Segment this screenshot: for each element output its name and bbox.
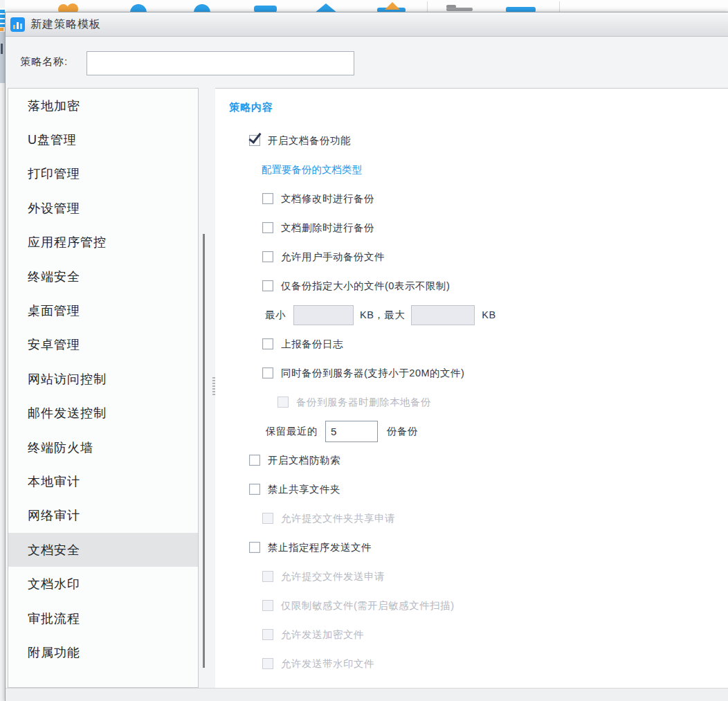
dialog-footer: [6, 688, 728, 701]
row-forbid-shared-folder: 禁止共享文件夹: [215, 475, 728, 504]
checkbox-label: 允许用户手动备份文件: [281, 251, 385, 264]
monitor-blue-icon[interactable]: [254, 6, 277, 12]
dialog-titlebar[interactable]: 新建策略模板: [6, 12, 728, 37]
sidebar-item-peripheral-management[interactable]: 外设管理: [8, 191, 198, 225]
kb-unit-label: KB: [482, 309, 495, 320]
sidebar-item-doc-watermark[interactable]: 文档水印: [8, 567, 198, 601]
sidebar-item-website-access-control[interactable]: 网站访问控制: [8, 362, 198, 396]
row-allow-manual-backup: 允许用户手动备份文件: [215, 242, 728, 271]
window-edge-fragment: [1, 44, 3, 54]
toolbar-separator: [427, 1, 428, 12]
sidebar-item-local-audit[interactable]: 本地审计: [8, 464, 198, 498]
row-backup-on-delete: 文档删除时进行备份: [215, 213, 728, 242]
sidebar-item-android-management[interactable]: 安卓管理: [8, 328, 198, 362]
window-edge-fragment: [0, 32, 5, 83]
picture-blue-orange-icon[interactable]: [385, 2, 400, 10]
sidebar-item-doc-security[interactable]: 文档安全: [8, 533, 198, 567]
keep-backups-prefix: 保留最近的: [266, 425, 318, 438]
checkbox-label: 文档删除时进行备份: [281, 221, 374, 235]
background-window-edge: [0, 0, 5, 701]
row-enable-anti-ransomware: 开启文档防勒索: [215, 446, 728, 475]
row-report-backup-log: 上报备份日志: [215, 329, 728, 358]
checkbox-allow-manual-backup[interactable]: [262, 251, 273, 262]
keep-backups-suffix: 份备份: [387, 425, 418, 438]
new-policy-template-dialog: 新建策略模板 策略名称: 落地加密 U盘管理 打印管理 外设管理 应用程序管控 …: [5, 12, 728, 701]
row-configure-backup-types: 配置要备份的文档类型: [215, 155, 728, 184]
row-backup-on-modify: 文档修改时进行备份: [215, 184, 728, 213]
sidebar-item-desktop-management[interactable]: 桌面管理: [8, 293, 198, 327]
checkbox-report-backup-log[interactable]: [262, 338, 273, 349]
background-toolbar: [0, 0, 728, 12]
checkbox-forbid-app-send-file[interactable]: [249, 542, 260, 553]
row-allow-send-apply: 允许提交文件发送申请: [215, 562, 728, 591]
row-allow-send-watermarked: 允许发送带水印文件: [215, 649, 728, 678]
printer-gray-icon[interactable]: [446, 8, 473, 11]
checkbox-allow-send-watermarked: [262, 658, 273, 669]
row-keep-backups: 保留最近的 份备份: [215, 417, 728, 446]
people-orange-icon[interactable]: [67, 3, 78, 12]
keep-backups-count-input[interactable]: [325, 421, 378, 442]
checkbox-forbid-shared-folder[interactable]: [249, 484, 260, 495]
sidebar-item-network-audit[interactable]: 网络审计: [8, 499, 198, 533]
sidebar-item-landing-encryption[interactable]: 落地加密: [8, 89, 198, 122]
checkbox-enable-doc-backup[interactable]: [249, 135, 260, 146]
toolbar-separator: [559, 1, 560, 12]
checkbox-label: 允许发送带水印文件: [281, 657, 374, 671]
checkbox-label: 仅限制敏感文件(需开启敏感文件扫描): [281, 599, 455, 612]
configure-backup-types-link[interactable]: 配置要备份的文档类型: [262, 163, 362, 176]
sidebar-item-email-send-control[interactable]: 邮件发送控制: [8, 397, 198, 430]
policy-category-sidebar: 落地加密 U盘管理 打印管理 外设管理 应用程序管控 终端安全 桌面管理 安卓管…: [8, 88, 199, 688]
checkbox-backup-size-limit[interactable]: [262, 280, 273, 291]
sidebar-item-endpoint-security[interactable]: 终端安全: [8, 260, 198, 293]
clock-blue-icon[interactable]: [130, 4, 147, 12]
sidebar-item-auxiliary-functions[interactable]: 附属功能: [8, 635, 198, 669]
checkbox-label: 备份到服务器时删除本地备份: [296, 396, 431, 409]
checkbox-label: 开启文档备份功能: [268, 134, 351, 147]
window-edge-fragment: [0, 28, 3, 31]
checkbox-label: 禁止指定程序发送文件: [268, 541, 372, 554]
window-edge-fragment: [0, 8, 5, 27]
checkbox-label: 上报备份日志: [281, 338, 343, 351]
row-delete-local-after-server: 备份到服务器时删除本地备份: [215, 388, 728, 417]
sidebar-item-usb-management[interactable]: U盘管理: [8, 122, 198, 156]
row-enable-doc-backup: 开启文档备份功能: [215, 126, 728, 155]
row-only-sensitive-files: 仅限制敏感文件(需开启敏感文件扫描): [215, 591, 728, 620]
checkbox-backup-on-delete[interactable]: [262, 222, 273, 233]
row-allow-share-apply: 允许提交文件夹共享申请: [215, 504, 728, 533]
checkbox-backup-to-server[interactable]: [262, 367, 273, 379]
checkbox-label: 允许提交文件夹共享申请: [281, 512, 395, 525]
checkbox-label: 禁止共享文件夹: [268, 483, 340, 496]
dialog-title: 新建策略模板: [30, 17, 101, 32]
policy-name-input[interactable]: [87, 51, 354, 75]
checkbox-label: 开启文档防勒索: [268, 454, 340, 467]
policy-name-label: 策略名称:: [20, 55, 68, 69]
policy-content-panel: 策略内容 开启文档备份功能 配置要备份的文档类型 文档修改时进行备份 文档删除时…: [215, 88, 728, 688]
checkbox-label: 仅备份指定大小的文件(0表示不限制): [281, 280, 450, 293]
row-size-inputs: 最小 KB，最大 KB: [215, 300, 728, 329]
row-backup-to-server: 同时备份到服务器(支持小于20M的文件): [215, 358, 728, 388]
checkbox-allow-share-apply: [262, 513, 273, 524]
sidebar-item-app-control[interactable]: 应用程序管控: [8, 226, 198, 260]
checkbox-label: 允许提交文件发送申请: [281, 570, 385, 583]
checkbox-label: 允许发送加密文件: [281, 628, 364, 641]
min-size-input[interactable]: [293, 305, 354, 325]
sidebar-item-print-management[interactable]: 打印管理: [8, 157, 198, 191]
max-size-label: KB，最大: [360, 309, 405, 322]
checkbox-delete-local-after-server: [277, 397, 289, 408]
checkbox-backup-on-modify[interactable]: [262, 193, 273, 204]
report-blue-icon[interactable]: [506, 7, 536, 12]
row-backup-size-limit: 仅备份指定大小的文件(0表示不限制): [215, 271, 728, 300]
sidebar-item-approval-flow[interactable]: 审批流程: [8, 601, 198, 635]
screen: 新建策略模板 策略名称: 落地加密 U盘管理 打印管理 外设管理 应用程序管控 …: [0, 0, 728, 701]
sidebar-item-endpoint-firewall[interactable]: 终端防火墙: [8, 430, 198, 464]
checkbox-allow-send-apply: [262, 571, 273, 582]
checkbox-enable-anti-ransomware[interactable]: [249, 455, 260, 466]
max-size-input[interactable]: [411, 305, 475, 325]
globe-blue-icon[interactable]: [194, 4, 210, 12]
row-forbid-app-send-file: 禁止指定程序发送文件: [215, 533, 728, 562]
row-allow-send-encrypted: 允许发送加密文件: [215, 620, 728, 649]
sidebar-scrollbar-thumb[interactable]: [203, 234, 205, 668]
checkbox-allow-send-encrypted: [262, 629, 273, 640]
arrow-up-blue-icon[interactable]: [314, 3, 338, 12]
checkbox-label: 同时备份到服务器(支持小于20M的文件): [281, 367, 464, 380]
